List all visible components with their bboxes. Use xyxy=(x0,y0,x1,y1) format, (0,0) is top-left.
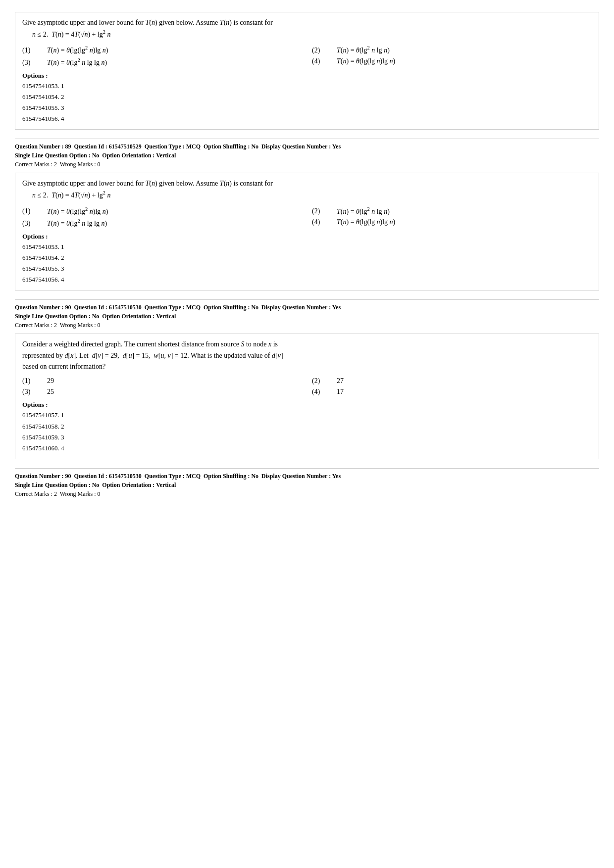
content-area-q90: Consider a weighted directed graph. The … xyxy=(15,334,599,459)
options-list-q89: 61547541053. 1 61547541054. 2 6154754105… xyxy=(22,241,592,285)
answer-num-q90-3: (3) xyxy=(22,388,37,396)
answer-row-q89-2: (2) T(n) = θ(lg2 n lg n) xyxy=(312,206,592,216)
answer-num-q90-2: (2) xyxy=(312,377,327,385)
question-block-top: Give asymptotic upper and lower bound fo… xyxy=(15,12,599,130)
option-item: 61547541057. 1 xyxy=(22,410,592,421)
answer-num-q89-4: (4) xyxy=(312,218,327,226)
meta-block-q90-first: Question Number : 90 Question Id : 61547… xyxy=(15,299,599,332)
content-area-q89: Give asymptotic upper and lower bound fo… xyxy=(15,173,599,290)
options-label-q89: Options : xyxy=(22,233,592,241)
option-item: 61547541054. 2 xyxy=(22,92,592,102)
question-text-q90: Consider a weighted directed graph. The … xyxy=(22,339,592,372)
answer-content-4: T(n) = θ(lg(lg n)lg n) xyxy=(337,57,395,65)
answers-grid-q90: (1) 29 (2) 27 (3) 25 (4) 17 xyxy=(22,377,592,396)
meta-line-q90-second-2: Single Line Question Option : No Option … xyxy=(15,481,599,489)
answer-row-1: (1) T(n) = θ(lg(lg2 n)lg n) xyxy=(22,45,302,54)
answer-num-q90-1: (1) xyxy=(22,377,37,385)
meta-line-q89-2: Single Line Question Option : No Option … xyxy=(15,151,599,160)
meta-line-q90-second-1: Question Number : 90 Question Id : 61547… xyxy=(15,472,599,481)
q-line1-top: Give asymptotic upper and lower bound fo… xyxy=(22,19,273,26)
meta-block-q89: Question Number : 89 Question Id : 61547… xyxy=(15,139,599,171)
option-item: 61547541053. 1 xyxy=(22,241,592,252)
answer-row-q90-4: (4) 17 xyxy=(312,388,592,396)
option-item: 61547541058. 2 xyxy=(22,421,592,432)
meta-block-q90-second: Question Number : 90 Question Id : 61547… xyxy=(15,468,599,500)
meta-line-q89-1: Question Number : 89 Question Id : 61547… xyxy=(15,142,599,151)
question-text-top: Give asymptotic upper and lower bound fo… xyxy=(22,17,592,40)
content-area-top: Give asymptotic upper and lower bound fo… xyxy=(15,12,599,130)
options-list-top: 61547541053. 1 61547541054. 2 6154754105… xyxy=(22,81,592,124)
option-item: 61547541053. 1 xyxy=(22,81,592,92)
answers-grid-top: (1) T(n) = θ(lg(lg2 n)lg n) (2) T(n) = θ… xyxy=(22,45,592,66)
q-line2-q90: represented by d[x]. Let d[v] = 29, d[u]… xyxy=(22,352,283,359)
q-line3-q90: based on current information? xyxy=(22,363,105,370)
answer-row-q90-1: (1) 29 xyxy=(22,377,302,385)
option-item: 61547541055. 3 xyxy=(22,102,592,113)
answer-content-q90-2: 27 xyxy=(337,377,344,385)
answer-content-q89-4: T(n) = θ(lg(lg n)lg n) xyxy=(337,218,395,226)
marks-line-q89: Correct Marks : 2 Wrong Marks : 0 xyxy=(15,160,599,169)
question-text-q89: Give asymptotic upper and lower bound fo… xyxy=(22,178,592,201)
answer-content-q89-2: T(n) = θ(lg2 n lg n) xyxy=(337,206,390,216)
option-item: 61547541060. 4 xyxy=(22,443,592,454)
marks-line-q90-second: Correct Marks : 2 Wrong Marks : 0 xyxy=(15,489,599,498)
answer-num-q89-1: (1) xyxy=(22,207,37,215)
answer-row-q90-3: (3) 25 xyxy=(22,388,302,396)
answer-num-q89-2: (2) xyxy=(312,207,327,215)
answer-num-q89-3: (3) xyxy=(22,220,37,228)
meta-line-q90-1: Question Number : 90 Question Id : 61547… xyxy=(15,303,599,312)
answer-num-4: (4) xyxy=(312,57,327,65)
options-list-q90: 61547541057. 1 61547541058. 2 6154754105… xyxy=(22,410,592,453)
answer-row-4: (4) T(n) = θ(lg(lg n)lg n) xyxy=(312,57,592,67)
options-label-top: Options : xyxy=(22,72,592,80)
answer-row-q89-3: (3) T(n) = θ(lg2 n lg lg n) xyxy=(22,218,302,228)
answer-row-q89-1: (1) T(n) = θ(lg(lg2 n)lg n) xyxy=(22,206,302,216)
meta-line-q90-2: Single Line Question Option : No Option … xyxy=(15,312,599,321)
answer-row-2: (2) T(n) = θ(lg2 n lg n) xyxy=(312,45,592,54)
answer-content-1: T(n) = θ(lg(lg2 n)lg n) xyxy=(47,45,108,54)
answer-row-q90-2: (2) 27 xyxy=(312,377,592,385)
option-item: 61547541056. 4 xyxy=(22,113,592,124)
q-line1-q90: Consider a weighted directed graph. The … xyxy=(22,340,278,348)
q-line1-q89: Give asymptotic upper and lower bound fo… xyxy=(22,180,273,187)
answer-content-q89-1: T(n) = θ(lg(lg2 n)lg n) xyxy=(47,206,108,216)
answer-num-3: (3) xyxy=(22,59,37,67)
answer-num-2: (2) xyxy=(312,47,327,54)
answers-grid-q89: (1) T(n) = θ(lg(lg2 n)lg n) (2) T(n) = θ… xyxy=(22,206,592,228)
answer-content-q89-3: T(n) = θ(lg2 n lg lg n) xyxy=(47,218,107,228)
option-item: 61547541056. 4 xyxy=(22,274,592,285)
answer-num-1: (1) xyxy=(22,47,37,54)
question-block-q90: Consider a weighted directed graph. The … xyxy=(15,334,599,459)
answer-content-q90-4: 17 xyxy=(337,388,344,396)
answer-num-q90-4: (4) xyxy=(312,388,327,396)
option-item: 61547541059. 3 xyxy=(22,432,592,443)
answer-content-q90-1: 29 xyxy=(47,377,54,385)
answer-content-2: T(n) = θ(lg2 n lg n) xyxy=(337,45,390,54)
answer-content-3: T(n) = θ(lg2 n lg lg n) xyxy=(47,57,107,67)
q-line2-q89: n ≤ 2. T(n) = 4T(√n) + lg2 n xyxy=(32,192,111,199)
answer-content-q90-3: 25 xyxy=(47,388,54,396)
q-line2-top: n ≤ 2. T(n) = 4T(√n) + lg2 n xyxy=(32,31,111,38)
answer-row-q89-4: (4) T(n) = θ(lg(lg n)lg n) xyxy=(312,218,592,228)
marks-line-q90: Correct Marks : 2 Wrong Marks : 0 xyxy=(15,321,599,330)
option-item: 61547541055. 3 xyxy=(22,263,592,274)
answer-row-3: (3) T(n) = θ(lg2 n lg lg n) xyxy=(22,57,302,67)
options-label-q90: Options : xyxy=(22,401,592,409)
question-block-q89: Give asymptotic upper and lower bound fo… xyxy=(15,173,599,290)
option-item: 61547541054. 2 xyxy=(22,252,592,263)
